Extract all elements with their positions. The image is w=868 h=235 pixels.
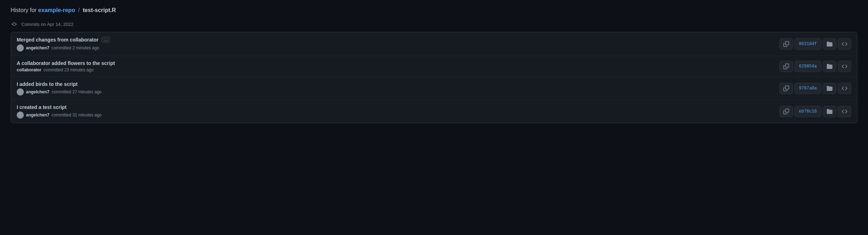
browse-repo-button[interactable] bbox=[823, 61, 836, 72]
commit-hash-link[interactable]: 063104f bbox=[794, 38, 821, 50]
commit-info: I added birds to the script angelchen7 c… bbox=[17, 81, 102, 95]
commit-title: I created a test script bbox=[17, 104, 66, 110]
commit-info: I created a test script angelchen7 commi… bbox=[17, 104, 102, 119]
svg-point-6 bbox=[18, 93, 23, 95]
table-row: I added birds to the script angelchen7 c… bbox=[11, 77, 857, 100]
commit-title-row: I added birds to the script bbox=[17, 81, 102, 87]
page-header: History for example-repo / test-script.R bbox=[11, 7, 857, 13]
view-code-button[interactable] bbox=[838, 83, 851, 94]
commit-node-icon bbox=[11, 21, 18, 28]
commits-date-label: Commits on Apr 14, 2022 bbox=[21, 22, 74, 27]
commit-ellipsis-button[interactable]: ... bbox=[101, 37, 110, 43]
table-row: A collaborator added flowers to the scri… bbox=[11, 56, 857, 77]
commit-meta: angelchen7 committed 31 minutes ago bbox=[17, 111, 102, 119]
commit-title: A collaborator added flowers to the scri… bbox=[17, 60, 115, 66]
repo-link[interactable]: example-repo bbox=[38, 7, 75, 13]
copy-sha-button[interactable] bbox=[779, 61, 793, 72]
commit-actions: eb76c16 bbox=[779, 106, 851, 117]
view-code-button[interactable] bbox=[838, 61, 851, 72]
commit-title: I added birds to the script bbox=[17, 81, 77, 87]
avatar bbox=[17, 44, 24, 51]
copy-sha-button[interactable] bbox=[779, 83, 793, 94]
commit-actions: 9707a0a bbox=[779, 83, 851, 94]
svg-point-4 bbox=[18, 49, 23, 51]
table-row: I created a test script angelchen7 commi… bbox=[11, 100, 857, 123]
filename-label: test-script.R bbox=[83, 7, 116, 13]
table-row: Merged changes from collaborator ... ang… bbox=[11, 32, 857, 56]
browse-repo-button[interactable] bbox=[823, 38, 836, 50]
commit-title-row: Merged changes from collaborator ... bbox=[17, 37, 110, 43]
commit-title: Merged changes from collaborator bbox=[17, 37, 98, 43]
svg-point-0 bbox=[13, 23, 16, 26]
browse-repo-button[interactable] bbox=[823, 83, 836, 94]
commit-actions: 063104f bbox=[779, 38, 851, 50]
path-separator: / bbox=[78, 7, 80, 13]
commit-meta: angelchen7 committed 2 minutes ago bbox=[17, 44, 110, 51]
commits-date-section: Commits on Apr 14, 2022 bbox=[11, 21, 857, 28]
browse-repo-button[interactable] bbox=[823, 106, 836, 117]
header-prefix: History for bbox=[11, 7, 37, 13]
commit-info: Merged changes from collaborator ... ang… bbox=[17, 37, 110, 51]
commit-title-row: A collaborator added flowers to the scri… bbox=[17, 60, 115, 66]
svg-point-8 bbox=[18, 116, 23, 119]
avatar bbox=[17, 111, 24, 119]
svg-point-7 bbox=[19, 113, 22, 115]
commit-info: A collaborator added flowers to the scri… bbox=[17, 60, 115, 72]
commit-hash-link[interactable]: eb76c16 bbox=[794, 106, 821, 117]
commit-title-row: I created a test script bbox=[17, 104, 102, 110]
commit-author: collaborator bbox=[17, 67, 41, 72]
copy-sha-button[interactable] bbox=[779, 38, 793, 50]
commit-time: committed 31 minutes ago bbox=[52, 113, 102, 118]
avatar bbox=[17, 88, 24, 95]
commit-hash-link[interactable]: 9707a0a bbox=[794, 83, 821, 94]
view-code-button[interactable] bbox=[838, 106, 851, 117]
commit-meta: collaborator committed 23 minutes ago bbox=[17, 67, 115, 72]
commit-author: angelchen7 bbox=[26, 89, 49, 94]
commit-time: committed 27 minutes ago bbox=[52, 89, 102, 94]
commit-hash-link[interactable]: 629854a bbox=[794, 61, 821, 72]
commit-time: committed 2 minutes ago bbox=[52, 45, 99, 50]
commit-meta: angelchen7 committed 27 minutes ago bbox=[17, 88, 102, 95]
commit-actions: 629854a bbox=[779, 61, 851, 72]
commit-author: angelchen7 bbox=[26, 113, 49, 118]
commit-author: angelchen7 bbox=[26, 45, 49, 50]
svg-point-3 bbox=[19, 45, 22, 48]
copy-sha-button[interactable] bbox=[779, 106, 793, 117]
svg-point-5 bbox=[19, 89, 22, 92]
view-code-button[interactable] bbox=[838, 38, 851, 50]
commit-time: committed 23 minutes ago bbox=[43, 67, 93, 72]
commits-list: Merged changes from collaborator ... ang… bbox=[11, 32, 857, 123]
